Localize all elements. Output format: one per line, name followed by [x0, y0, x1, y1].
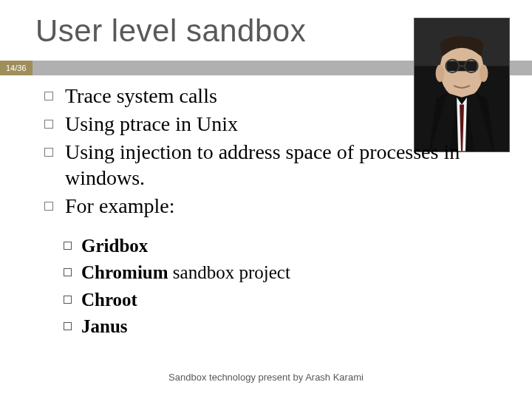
list-item: Gridbox: [64, 233, 502, 259]
content-area: Trace system calls Using ptrace in Unix …: [0, 75, 532, 340]
bullet-list: Trace system calls Using ptrace in Unix …: [38, 83, 502, 219]
page-number-badge: 14/36: [0, 61, 33, 75]
svg-point-7: [436, 64, 445, 82]
sub-bullet-list: Gridbox Chromium sandbox project Chroot …: [64, 233, 502, 340]
list-item: For example:: [38, 193, 502, 219]
svg-point-8: [480, 64, 488, 82]
list-item: Chromium sandbox project: [64, 259, 502, 286]
list-item: Trace system calls: [38, 83, 502, 109]
sub-item-bold: Chroot: [81, 290, 137, 310]
list-item: Using injection to address space of proc…: [38, 139, 502, 192]
list-item: Janus: [64, 313, 502, 340]
sub-item-bold: Gridbox: [81, 236, 148, 256]
sub-item-bold: Chromium: [81, 262, 168, 282]
sub-item-bold: Janus: [81, 316, 128, 336]
list-item: Using ptrace in Unix: [38, 111, 502, 137]
svg-rect-6: [459, 65, 465, 66]
slide-footer: Sandbox technology present by Arash Kara…: [0, 372, 532, 383]
list-item: Chroot: [64, 287, 502, 313]
sub-item-tail: sandbox project: [168, 262, 290, 282]
